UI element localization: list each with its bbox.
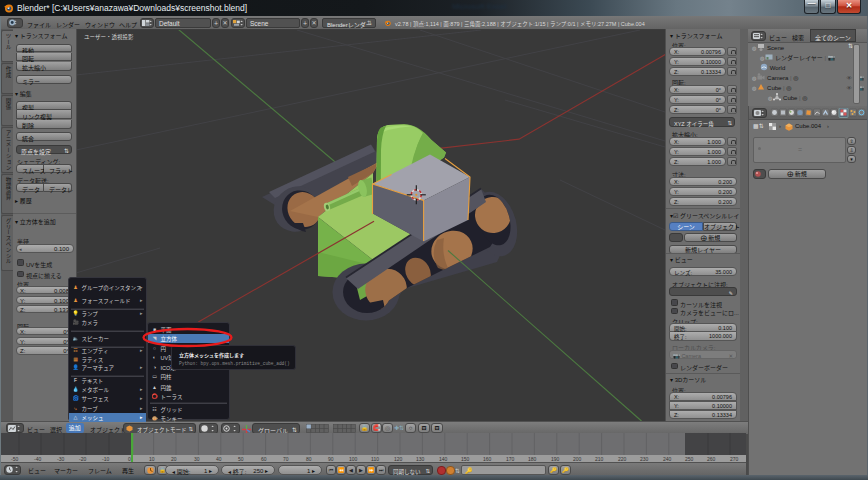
- svg-text:ユーザー・透視投影: ユーザー・透視投影: [84, 33, 134, 41]
